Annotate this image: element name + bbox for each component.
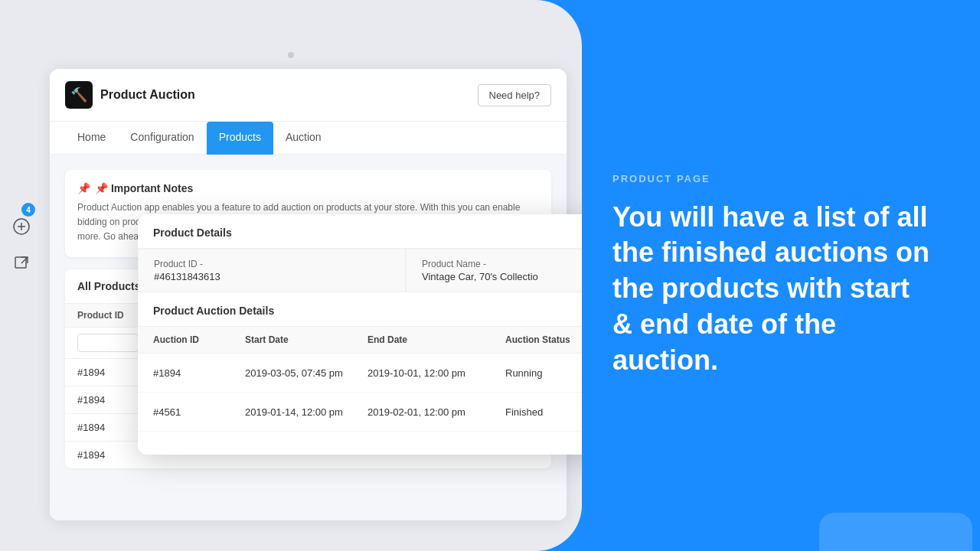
nav-tabs: Home Configuration Products Auction [50, 122, 567, 155]
svg-rect-3 [15, 257, 26, 268]
app-title: Product Auction [100, 88, 195, 102]
auction-row: #4561 2019-01-14, 12:00 pm 2019-02-01, 1… [138, 393, 582, 432]
auction-row: #1894 2019-03-05, 07:45 pm 2019-10-01, 1… [138, 354, 582, 393]
auction-table-header: Auction ID Start Date End Date Auction S… [138, 327, 582, 354]
tab-auction[interactable]: Auction [273, 122, 334, 155]
tab-configuration[interactable]: Configuration [118, 122, 206, 155]
auction-details-title: Product Auction Details [138, 292, 582, 327]
auction-status: Finished [505, 406, 582, 418]
notes-title: 📌 📌 Important Notes [77, 182, 539, 194]
product-name-value: Vintage Car, 70's Collectio [422, 271, 582, 282]
product-details-modal: Product Details Product ID - #4613184361… [138, 214, 582, 455]
product-details-grid: Product ID - #46131843613 Product Name -… [138, 249, 582, 292]
auction-id: #1894 [153, 367, 245, 379]
dot-indicator [288, 52, 294, 58]
col-start-date: Start Date [245, 334, 368, 345]
tab-home[interactable]: Home [65, 122, 118, 155]
auction-end-date: 2019-02-01, 12:00 pm [368, 406, 505, 418]
marketing-headline: You will have a list of all the finished… [612, 200, 934, 379]
bottom-decoration [819, 513, 972, 551]
app-logo-icon: 🔨 [65, 81, 93, 109]
external-link-icon[interactable] [9, 251, 34, 276]
app-header: 🔨 Product Auction Need help? [50, 69, 567, 122]
auction-id: #4561 [153, 406, 245, 418]
svg-line-4 [21, 257, 28, 263]
help-button[interactable]: Need help? [478, 84, 552, 106]
plus-icon[interactable] [9, 214, 34, 239]
auction-start-date: 2019-03-05, 07:45 pm [245, 367, 368, 379]
col-auction-id: Auction ID [153, 334, 245, 345]
tab-products[interactable]: Products [207, 122, 273, 155]
col-auction-status: Auction Status [505, 334, 582, 345]
product-id-label: Product ID - [154, 259, 390, 269]
product-name-label: Product Name - [422, 259, 582, 269]
sidebar [0, 214, 42, 276]
product-id-value: #46131843613 [154, 271, 390, 282]
auction-start-date: 2019-01-14, 12:00 pm [245, 406, 368, 418]
auction-end-date: 2019-10-01, 12:00 pm [368, 367, 505, 379]
app-logo: 🔨 Product Auction [65, 81, 195, 109]
product-name-detail: Product Name - Vintage Car, 70's Collect… [406, 249, 582, 292]
search-id-input[interactable] [77, 334, 139, 352]
left-panel: 4 🔨 Product Auction Need help? [0, 0, 582, 551]
auction-status: Running [505, 367, 582, 379]
product-page-label: PRODUCT PAGE [612, 173, 934, 184]
col-end-date: End Date [368, 334, 505, 345]
right-panel: PRODUCT PAGE You will have a list of all… [582, 0, 980, 551]
product-details-title: Product Details [138, 214, 582, 249]
product-id-detail: Product ID - #46131843613 [138, 249, 406, 292]
pin-icon: 📌 [77, 182, 90, 194]
